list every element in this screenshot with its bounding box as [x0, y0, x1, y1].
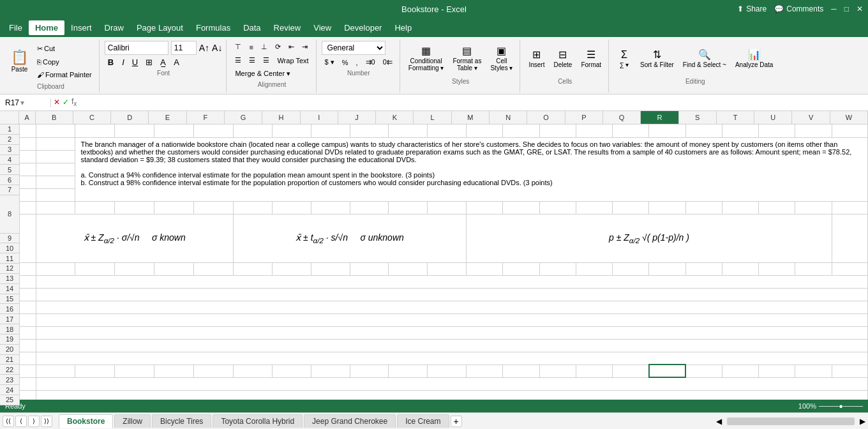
- cell-s1[interactable]: [685, 124, 722, 137]
- col-header-q[interactable]: Q: [603, 111, 641, 124]
- col-header-v[interactable]: V: [792, 111, 830, 124]
- number-format-select[interactable]: General: [322, 41, 385, 55]
- menu-review[interactable]: Review: [267, 20, 308, 35]
- cell-w9[interactable]: [832, 262, 867, 275]
- col-header-a[interactable]: A: [19, 111, 36, 124]
- cell-c7[interactable]: [75, 201, 115, 214]
- cell-c17[interactable]: [75, 365, 115, 377]
- delete-button[interactable]: ⊟ Delete: [550, 41, 575, 77]
- indent-increase-button[interactable]: ⇥: [299, 41, 311, 53]
- menu-data[interactable]: Data: [237, 20, 267, 35]
- menu-help[interactable]: Help: [388, 20, 418, 35]
- row-24[interactable]: 24: [0, 385, 19, 395]
- cell-a17[interactable]: [20, 365, 36, 377]
- cell-s17[interactable]: [685, 365, 722, 377]
- cell-t7[interactable]: [722, 201, 758, 214]
- confirm-icon[interactable]: ✓: [63, 98, 69, 107]
- function-icon[interactable]: fx: [71, 97, 77, 107]
- cell-a12[interactable]: [20, 301, 36, 313]
- cell-styles-button[interactable]: ▣ CellStyles ▾: [487, 41, 516, 77]
- font-color-button[interactable]: A: [171, 57, 182, 68]
- row-6[interactable]: 6: [0, 175, 19, 185]
- cell-n7[interactable]: [503, 201, 539, 214]
- cell-p7[interactable]: [576, 201, 612, 214]
- cell-a4[interactable]: [20, 163, 36, 176]
- col-header-w[interactable]: W: [830, 111, 868, 124]
- cell-n9[interactable]: [503, 262, 539, 275]
- cell-merged-text[interactable]: The branch manager of a nationwide books…: [75, 137, 868, 201]
- row-11[interactable]: 11: [0, 253, 19, 264]
- row-14[interactable]: 14: [0, 284, 19, 294]
- col-header-j[interactable]: J: [338, 111, 376, 124]
- cell-f1[interactable]: [193, 124, 233, 137]
- cell-w8[interactable]: [832, 214, 867, 262]
- cell-g9[interactable]: [233, 262, 272, 275]
- cell-l7[interactable]: [428, 201, 467, 214]
- row-3[interactable]: 3: [0, 145, 19, 155]
- cell-formula-proportion[interactable]: p ± Zα/2 √( p(1-p)/n ): [467, 214, 832, 262]
- cell-a10[interactable]: [20, 275, 36, 288]
- cell-c9[interactable]: [75, 262, 115, 275]
- cell-a5[interactable]: [20, 176, 36, 188]
- col-header-n[interactable]: N: [490, 111, 527, 124]
- format-painter-button[interactable]: 🖌 Format Painter: [34, 69, 95, 80]
- col-header-c[interactable]: C: [73, 111, 111, 124]
- cell-d1[interactable]: [115, 124, 154, 137]
- fill-color-button[interactable]: A̲: [158, 57, 168, 68]
- row-15[interactable]: 15: [0, 294, 19, 305]
- comma-button[interactable]: ,: [353, 57, 361, 68]
- col-header-b[interactable]: B: [36, 111, 73, 124]
- cell-i1[interactable]: [311, 124, 350, 137]
- row-7[interactable]: 7: [0, 185, 19, 195]
- cell-s9[interactable]: [685, 262, 722, 275]
- paste-button[interactable]: 📋 Paste: [6, 41, 33, 82]
- cell-i9[interactable]: [311, 262, 350, 275]
- cell-u17[interactable]: [759, 365, 795, 377]
- cell-m17[interactable]: [467, 365, 503, 377]
- cell-w17[interactable]: [832, 365, 867, 377]
- cell-v1[interactable]: [795, 124, 832, 137]
- insert-button[interactable]: ⊞ Insert: [525, 41, 548, 77]
- cell-b6[interactable]: [36, 188, 75, 201]
- col-header-o[interactable]: O: [527, 111, 565, 124]
- col-header-f[interactable]: F: [187, 111, 225, 124]
- cell-r1[interactable]: [649, 124, 685, 137]
- italic-button[interactable]: I: [119, 57, 127, 68]
- cell-q1[interactable]: [613, 124, 649, 137]
- cell-p1[interactable]: [576, 124, 612, 137]
- bold-button[interactable]: B: [105, 56, 117, 68]
- cell-k9[interactable]: [389, 262, 428, 275]
- cell-o17[interactable]: [539, 365, 576, 377]
- cell-n17[interactable]: [503, 365, 539, 377]
- row-18[interactable]: 18: [0, 324, 19, 335]
- col-header-m[interactable]: M: [452, 111, 490, 124]
- cell-t1[interactable]: [722, 124, 758, 137]
- cell-e7[interactable]: [154, 201, 194, 214]
- cell-a7[interactable]: [20, 201, 36, 214]
- conditional-formatting-button[interactable]: ▦ ConditionalFormatting ▾: [405, 41, 447, 77]
- cell-a11[interactable]: [20, 288, 36, 301]
- maximize-button[interactable]: □: [844, 4, 849, 13]
- percent-button[interactable]: %: [339, 57, 352, 68]
- sort-filter-button[interactable]: ⇅ Sort & Filter: [637, 41, 677, 77]
- cell-h7[interactable]: [272, 201, 311, 214]
- borders-button[interactable]: ⊞: [143, 57, 155, 68]
- cell-j17[interactable]: [350, 365, 389, 377]
- menu-file[interactable]: File: [3, 20, 29, 35]
- cell-p17[interactable]: [576, 365, 612, 377]
- col-header-r[interactable]: R: [641, 111, 678, 124]
- col-header-k[interactable]: K: [376, 111, 414, 124]
- format-as-table-button[interactable]: ▤ Format asTable ▾: [449, 41, 484, 77]
- font-grow-button[interactable]: A↑: [199, 43, 209, 53]
- cell-a1[interactable]: [20, 124, 36, 137]
- cell-b9[interactable]: [36, 262, 75, 275]
- row-4[interactable]: 4: [0, 155, 19, 165]
- cell-k17[interactable]: [389, 365, 428, 377]
- zoom-slider[interactable]: ────●────: [819, 402, 863, 405]
- decrease-decimal-button[interactable]: ⇉0: [363, 56, 378, 68]
- cell-u7[interactable]: [759, 201, 795, 214]
- cell-b1[interactable]: [36, 124, 75, 137]
- row-10[interactable]: 10: [0, 243, 19, 253]
- cell-s7[interactable]: [685, 201, 722, 214]
- cell-ref-dropdown-icon[interactable]: ▾: [20, 98, 24, 107]
